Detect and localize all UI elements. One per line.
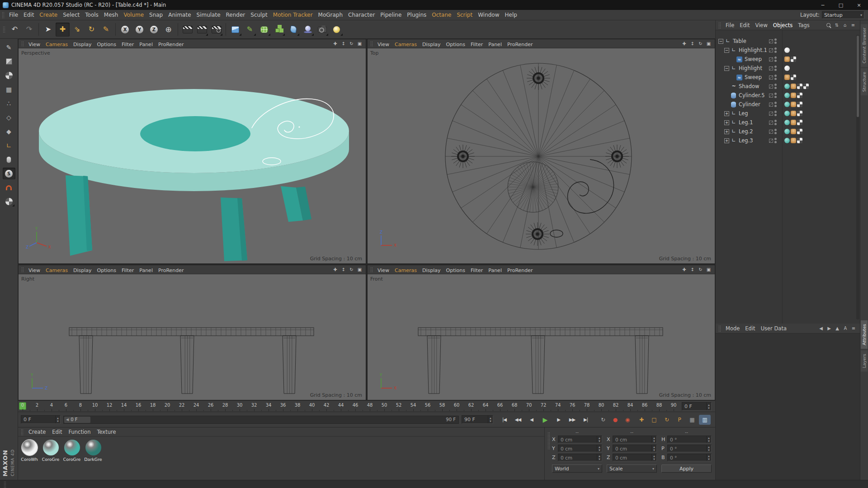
object-row-leg-2[interactable]: +∟Leg.2 <box>716 127 860 136</box>
viewport-menu-display[interactable]: Display <box>420 267 443 273</box>
object-row-leg-1[interactable]: +∟Leg.1 <box>716 118 860 127</box>
expand-icon[interactable]: + <box>724 138 729 143</box>
menu-octane[interactable]: Octane <box>429 10 454 20</box>
white-material-tag-icon[interactable] <box>784 47 790 53</box>
object-row-highlight-1[interactable]: −∟Highlight.1 <box>716 46 860 55</box>
pan-view-icon[interactable]: ✚ <box>332 40 339 47</box>
layer-box-icon[interactable] <box>769 48 773 52</box>
close-button[interactable]: × <box>850 0 868 10</box>
menu-edit[interactable]: Edit <box>21 10 37 20</box>
rotate-view-icon[interactable]: ↻ <box>348 40 355 47</box>
teal-material-tag-icon[interactable] <box>784 120 790 125</box>
side-tab-content-browser[interactable]: Content Browser <box>861 24 868 67</box>
texture-tag-icon[interactable] <box>797 138 802 143</box>
record-keyframe-button[interactable]: ● <box>610 415 621 425</box>
material-swatch-corogre-1[interactable]: CoroGre <box>41 440 60 462</box>
menu-mesh[interactable]: Mesh <box>101 10 121 20</box>
layer-box-icon[interactable] <box>769 39 773 43</box>
viewport-menu-cameras[interactable]: Cameras <box>392 42 420 47</box>
spinner-icon[interactable] <box>651 445 656 452</box>
snap-modes-button[interactable] <box>3 196 15 207</box>
material-swatch-darkgre-3[interactable]: DarkGre <box>84 440 103 462</box>
zoom-view-icon[interactable]: ↕ <box>340 40 347 47</box>
phong-tag-icon[interactable] <box>784 56 790 62</box>
phong-tag-icon[interactable] <box>791 120 796 125</box>
viewport-menu-display[interactable]: Display <box>71 267 94 273</box>
layer-box-icon[interactable] <box>769 57 773 61</box>
object-row-cylinder-5[interactable]: Cylinder.5 <box>716 91 860 100</box>
viewport-canvas-front[interactable]: YX Front Grid Spacing : 10 cm <box>368 274 715 400</box>
object-row-sweep[interactable]: ≈Sweep <box>716 73 860 82</box>
add-light-button[interactable] <box>330 23 344 37</box>
spinner-icon[interactable] <box>706 445 711 452</box>
spinner-icon[interactable] <box>706 436 711 443</box>
coordinate-field-2-b[interactable]: 0 ° <box>667 454 712 461</box>
viewport-menu-options[interactable]: Options <box>94 42 119 47</box>
coordinate-field-2-h[interactable]: 0 ° <box>667 436 712 443</box>
viewport-canvas-top[interactable]: ZX Top Grid Spacing : 10 cm <box>368 48 715 263</box>
viewport-menu-display[interactable]: Display <box>71 42 94 47</box>
material-swatch-corowh-0[interactable]: CoroWh <box>20 440 39 462</box>
viewport-menu-prorender[interactable]: ProRender <box>156 267 187 273</box>
viewport-menu-panel[interactable]: Panel <box>486 267 505 273</box>
texture-tag-icon[interactable] <box>791 75 796 80</box>
viewport-menu-cameras[interactable]: Cameras <box>43 267 71 273</box>
previous-frame-button[interactable]: ◀ <box>525 415 538 425</box>
rotate-view-icon[interactable]: ↻ <box>348 266 355 273</box>
toggle-view-icon[interactable]: ▣ <box>705 40 712 47</box>
layout-select[interactable]: Startup ▾ <box>822 11 864 19</box>
viewport-menu-filter[interactable]: Filter <box>468 267 486 273</box>
viewport-menu-options[interactable]: Options <box>94 267 119 273</box>
nav-back-icon[interactable]: ◀ <box>818 325 824 332</box>
object-row-sweep[interactable]: ≈Sweep <box>716 55 860 64</box>
material-menu-create[interactable]: Create <box>25 429 49 435</box>
spinner-icon[interactable] <box>488 416 493 423</box>
attribute-manager-menu-edit[interactable]: Edit <box>742 325 758 332</box>
spinner-icon[interactable] <box>706 454 711 461</box>
add-primitive-button[interactable] <box>228 23 242 37</box>
teal-material-tag-icon[interactable] <box>784 84 790 89</box>
attribute-manager-menu-mode[interactable]: Mode <box>723 325 742 332</box>
layer-box-icon[interactable] <box>769 103 773 107</box>
edges-mode-button[interactable]: ◇ <box>3 112 15 123</box>
texture-tag-icon[interactable] <box>797 93 802 98</box>
render-picture-viewer-button[interactable] <box>195 23 209 37</box>
next-frame-button[interactable]: ▶ <box>552 415 565 425</box>
menu-create[interactable]: Create <box>37 10 60 20</box>
last-tool-used[interactable]: ✎ <box>99 23 113 37</box>
viewport-menu-prorender[interactable]: ProRender <box>156 42 187 47</box>
expand-icon[interactable]: + <box>724 120 729 125</box>
visibility-dots-icon[interactable] <box>774 38 777 44</box>
goto-end-button[interactable]: ▶| <box>579 415 592 425</box>
collapse-icon[interactable]: − <box>724 48 729 53</box>
viewport-menu-filter[interactable]: Filter <box>468 42 486 47</box>
menu-mograph[interactable]: MoGraph <box>316 10 346 20</box>
model-mode-button[interactable] <box>3 56 15 67</box>
key-rotation-toggle[interactable]: ↻ <box>661 415 673 425</box>
minimize-button[interactable]: ─ <box>814 0 832 10</box>
visibility-dots-icon[interactable] <box>774 75 777 80</box>
panel-menu-icon[interactable]: ≡ <box>850 325 857 332</box>
key-scale-toggle[interactable]: □ <box>648 415 660 425</box>
home-icon[interactable]: ⌂ <box>842 22 848 28</box>
layer-box-icon[interactable] <box>769 66 773 70</box>
texture-tag-icon[interactable] <box>797 84 802 89</box>
add-environment-button[interactable] <box>301 23 315 37</box>
viewport-menu-options[interactable]: Options <box>443 42 468 47</box>
white-material-tag-icon[interactable] <box>784 66 790 71</box>
object-manager-menu-view[interactable]: View <box>753 22 770 28</box>
goto-start-button[interactable]: |◀ <box>498 415 511 425</box>
make-editable-button[interactable]: ✎ <box>3 42 15 53</box>
playback-mode-button[interactable]: ↻ <box>598 415 609 425</box>
viewport-menu-panel[interactable]: Panel <box>137 267 156 273</box>
viewport-menu-view[interactable]: View <box>26 42 43 47</box>
expand-icon[interactable]: + <box>724 111 729 116</box>
viewport-menu-cameras[interactable]: Cameras <box>392 267 420 273</box>
live-selection-tool[interactable]: ➤ <box>41 23 55 37</box>
phong-tag-icon[interactable] <box>784 75 790 80</box>
texture-tag-icon[interactable] <box>797 120 802 125</box>
autokeying-button[interactable]: ◉ <box>622 415 633 425</box>
texture-tag-icon[interactable] <box>791 56 796 62</box>
end-frame-field[interactable]: 90 F <box>462 415 493 424</box>
viewport-menu-filter[interactable]: Filter <box>119 42 137 47</box>
